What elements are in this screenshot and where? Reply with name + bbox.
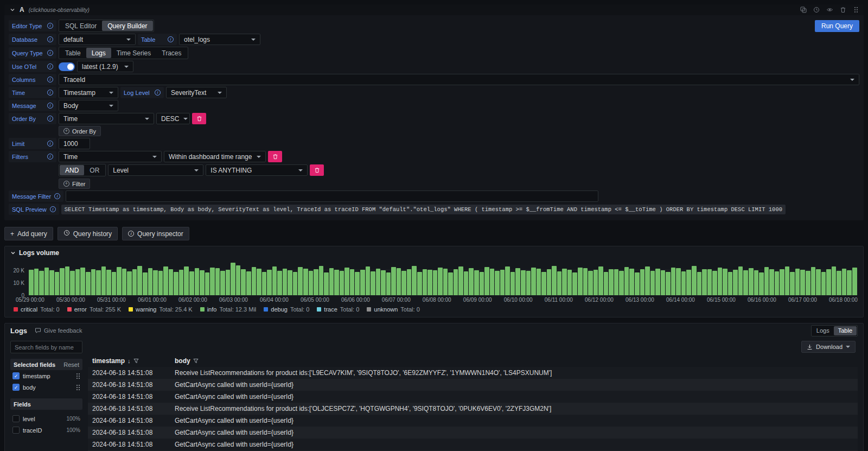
run-query-button[interactable]: Run Query — [815, 20, 859, 32]
filter-icon[interactable] — [133, 358, 139, 364]
filter-condition-select[interactable]: Within dashboard time range — [164, 151, 266, 162]
checkbox-unchecked[interactable] — [12, 427, 20, 434]
body-column-header[interactable]: body — [170, 357, 203, 365]
query-type-logs[interactable]: Logs — [86, 48, 111, 58]
query-type-traces[interactable]: Traces — [156, 48, 187, 58]
table-select[interactable]: otel_logs — [179, 34, 260, 45]
info-icon[interactable]: i — [155, 90, 161, 96]
info-icon[interactable]: i — [50, 206, 56, 212]
query-type-time-series[interactable]: Time Series — [111, 48, 157, 58]
message-filter-input[interactable] — [66, 190, 598, 202]
database-table-row: Database i default Table i otel_logs — [9, 34, 859, 45]
editor-type-query-builder[interactable]: Query Builder — [102, 21, 152, 31]
selected-field-body[interactable]: ✓body — [10, 382, 82, 393]
view-toggle-table[interactable]: Table — [834, 326, 857, 335]
filter-operator-select[interactable]: IS ANYTHING — [206, 164, 308, 176]
add-order-by-button[interactable]: + Order By — [59, 126, 101, 136]
columns-multiselect[interactable]: TraceId — [59, 74, 859, 85]
table-row[interactable]: 2024-06-18 14:51:08Receive ListRecommend… — [88, 367, 858, 379]
and-option[interactable]: AND — [60, 165, 84, 175]
message-column-select[interactable]: Body — [59, 100, 118, 111]
remove-order-by-button[interactable] — [192, 113, 206, 124]
table-row[interactable]: 2024-06-18 14:51:08GetCartAsync called w… — [88, 427, 858, 439]
database-select[interactable]: default — [59, 34, 136, 45]
info-icon[interactable]: i — [47, 23, 53, 29]
volume-bar — [220, 271, 225, 295]
selected-field-timestamp[interactable]: ✓timestamp — [10, 370, 82, 382]
logs-volume-header[interactable]: Logs volume — [5, 246, 863, 259]
remove-filter-button[interactable] — [268, 151, 282, 162]
query-inspector-button[interactable]: i Query inspector — [122, 227, 189, 240]
timestamp-column-header[interactable]: timestamp ↓ — [88, 357, 170, 365]
table-row[interactable]: 2024-06-18 14:51:08GetCartAsync called w… — [88, 415, 858, 427]
query-editor-body: Editor Type i SQL Editor Query Builder R… — [4, 15, 864, 220]
drag-handle-icon[interactable] — [76, 384, 80, 391]
query-row-header[interactable]: A (clickhouse-observability) — [4, 4, 864, 15]
info-icon[interactable]: i — [47, 141, 53, 147]
info-icon[interactable]: i — [47, 116, 53, 122]
editor-type-sql-editor[interactable]: SQL Editor — [60, 21, 102, 31]
info-icon[interactable]: i — [47, 77, 53, 82]
time-column-select[interactable]: Timestamp — [59, 87, 118, 98]
volume-bar — [697, 272, 702, 295]
checkbox-checked[interactable]: ✓ — [12, 372, 20, 379]
legend-item-warning[interactable]: warningTotal: 25.4 K — [129, 306, 193, 313]
volume-bar — [417, 272, 422, 295]
use-otel-toggle[interactable] — [59, 62, 75, 71]
filter-field-select[interactable]: Time — [59, 151, 162, 162]
info-icon[interactable]: i — [47, 90, 53, 96]
drag-handle-icon[interactable] — [854, 7, 858, 13]
table-row[interactable]: 2024-06-18 14:51:08GetCartAsync called w… — [88, 439, 858, 450]
log-level-select[interactable]: SeverityText — [166, 87, 227, 98]
add-filter-button[interactable]: + Filter — [59, 179, 90, 189]
legend-item-unknown[interactable]: unknownTotal: 0 — [367, 306, 420, 313]
delete-query-icon[interactable] — [840, 7, 846, 13]
search-fields-input[interactable] — [10, 341, 82, 353]
checkbox-unchecked[interactable] — [12, 415, 20, 422]
hide-response-eye-icon[interactable] — [826, 7, 833, 13]
order-by-direction-select[interactable]: DESC — [156, 113, 190, 124]
legend-item-info[interactable]: infoTotal: 12.3 Mil — [200, 306, 257, 313]
limit-input[interactable]: 1000 — [59, 138, 90, 149]
legend-item-critical[interactable]: criticalTotal: 0 — [14, 306, 60, 313]
info-icon[interactable]: i — [47, 103, 53, 109]
available-field-traceID[interactable]: traceID100% — [10, 424, 82, 436]
collapse-chevron-icon[interactable] — [10, 7, 15, 12]
add-query-button[interactable]: + Add query — [4, 227, 53, 240]
legend-item-trace[interactable]: traceTotal: 0 — [317, 306, 359, 313]
table-row[interactable]: 2024-06-18 14:51:08GetCartAsync called w… — [88, 379, 858, 391]
give-feedback-link[interactable]: Give feedback — [35, 327, 82, 334]
info-icon[interactable]: i — [47, 63, 53, 69]
query-history-button[interactable]: Query history — [58, 227, 118, 240]
legend-item-error[interactable]: errorTotal: 255 K — [67, 306, 121, 313]
query-type-table[interactable]: Table — [60, 48, 86, 58]
table-row[interactable]: 2024-06-18 14:51:08Receive ListRecommend… — [88, 403, 858, 415]
filter-icon[interactable] — [193, 358, 199, 364]
filter-level-select[interactable]: Level — [108, 164, 203, 176]
volume-bar — [686, 270, 691, 295]
available-field-level[interactable]: level100% — [10, 413, 82, 424]
sort-desc-icon[interactable]: ↓ — [127, 358, 131, 364]
volume-bar — [298, 267, 303, 295]
download-button[interactable]: Download — [801, 341, 856, 353]
checkbox-checked[interactable]: ✓ — [12, 384, 20, 391]
legend-item-debug[interactable]: debugTotal: 0 — [264, 306, 309, 313]
duplicate-query-icon[interactable] — [800, 7, 807, 13]
legend-label: info — [207, 306, 217, 313]
otel-version-select[interactable]: latest (1.2.9) — [77, 61, 133, 72]
or-option[interactable]: OR — [84, 165, 105, 175]
info-icon[interactable]: i — [168, 36, 174, 42]
info-icon[interactable]: i — [54, 193, 60, 199]
order-by-field-select[interactable]: Time — [59, 113, 154, 124]
x-tick-label: 06/03 00:00 — [219, 297, 248, 303]
drag-handle-icon[interactable] — [76, 373, 80, 379]
remove-level-filter-button[interactable] — [310, 164, 324, 176]
query-history-icon[interactable] — [813, 7, 820, 13]
info-icon[interactable]: i — [47, 154, 53, 160]
volume-bar — [588, 271, 593, 295]
info-icon[interactable]: i — [47, 50, 53, 56]
table-row[interactable]: 2024-06-18 14:51:08GetCartAsync called w… — [88, 391, 858, 403]
reset-fields-button[interactable]: Reset — [63, 361, 79, 368]
view-toggle-logs[interactable]: Logs — [812, 326, 834, 335]
info-icon[interactable]: i — [47, 36, 53, 42]
